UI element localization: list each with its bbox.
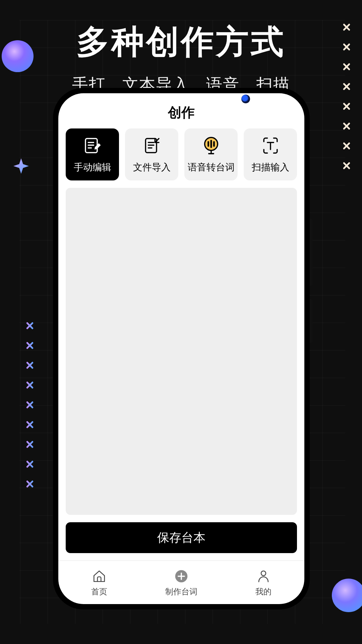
add-icon: [173, 568, 189, 584]
tile-label: 文件导入: [133, 161, 171, 174]
phone-side-button: [310, 219, 313, 286]
sparkle-icon: [13, 158, 29, 174]
x-decoration-column: [343, 23, 350, 169]
x-decoration-column: [26, 322, 34, 488]
phone-side-button: [310, 299, 313, 343]
phone-mockup: 创作 手动编辑: [53, 88, 310, 609]
profile-icon: [255, 568, 272, 584]
creation-mode-row: 手动编辑 文件导入: [58, 128, 304, 180]
tile-label: 语音转台词: [188, 161, 235, 174]
manual-edit-icon: [82, 136, 103, 156]
svg-point-4: [261, 571, 266, 576]
promo-title: 多种创作方式: [0, 20, 362, 64]
tile-scan-input[interactable]: 扫描输入: [244, 128, 297, 180]
app-header: 创作: [58, 93, 304, 128]
scan-input-icon: [260, 136, 281, 156]
nav-label: 我的: [255, 586, 272, 597]
promo-heading: 多种创作方式 手打、文本导入、语音、扫描: [0, 20, 362, 95]
gradient-blob-icon: [332, 579, 362, 612]
nav-home[interactable]: 首页: [58, 561, 140, 604]
gradient-blob-icon: [2, 40, 34, 72]
script-editor-area[interactable]: [66, 188, 297, 515]
tile-file-import[interactable]: 文件导入: [125, 128, 178, 180]
voice-to-text-icon: [201, 136, 221, 156]
nav-profile[interactable]: 我的: [222, 561, 304, 604]
tile-voice-to-text[interactable]: 语音转台词: [184, 128, 238, 180]
nav-label: 制作台词: [165, 586, 197, 597]
tile-label: 扫描输入: [252, 161, 289, 174]
home-icon: [91, 568, 107, 584]
nav-create-script[interactable]: 制作台词: [140, 561, 223, 604]
app-title: 创作: [168, 105, 195, 120]
tile-label: 手动编辑: [74, 161, 111, 174]
tile-manual-edit[interactable]: 手动编辑: [66, 128, 119, 180]
file-import-icon: [142, 136, 162, 156]
nav-label: 首页: [91, 586, 107, 597]
app-screen: 创作 手动编辑: [58, 93, 304, 604]
bottom-nav: 首页 制作台词 我的: [58, 560, 304, 604]
save-script-button[interactable]: 保存台本: [66, 522, 297, 553]
